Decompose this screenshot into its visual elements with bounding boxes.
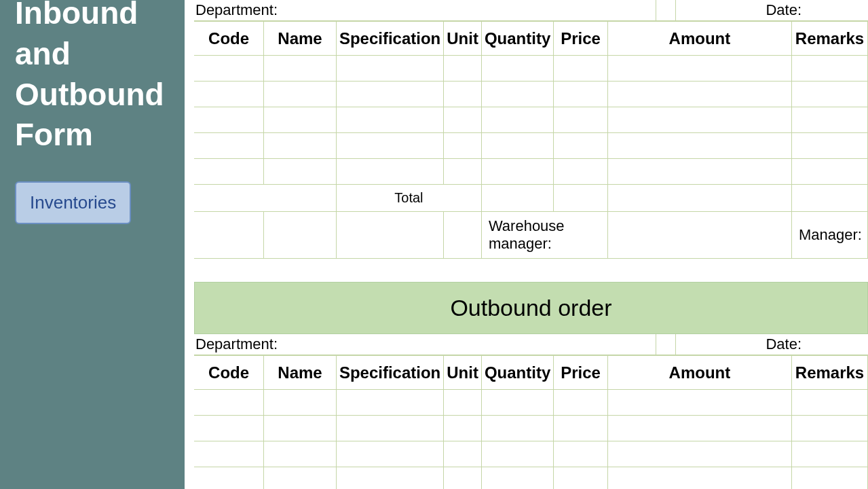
inbound-dept-row: Department: Date:: [194, 0, 868, 21]
outbound-dept-spacer: [656, 334, 676, 355]
col-spec: Specification: [336, 356, 443, 390]
outbound-dept-row: Department: Date:: [194, 334, 868, 355]
table-row[interactable]: [194, 390, 868, 416]
manager-row: Warehouse manager: Manager:: [194, 212, 868, 259]
total-label: Total: [336, 185, 481, 212]
outbound-table: Code Name Specification Unit Quantity Pr…: [194, 355, 868, 489]
inbound-form: Department: Date: Code Name Specificatio…: [194, 0, 868, 259]
table-header-row: Code Name Specification Unit Quantity Pr…: [194, 22, 868, 56]
table-row[interactable]: [194, 107, 868, 133]
table-row[interactable]: [194, 133, 868, 159]
outbound-department-label: Department:: [194, 334, 656, 355]
inbound-dept-spacer: [656, 0, 676, 20]
col-price: Price: [554, 22, 608, 56]
col-remarks: Remarks: [792, 356, 868, 390]
col-qty: Quantity: [481, 22, 553, 56]
inbound-table: Code Name Specification Unit Quantity Pr…: [194, 21, 868, 259]
table-row[interactable]: [194, 467, 868, 490]
col-spec: Specification: [336, 22, 443, 56]
inbound-department-label: Department:: [194, 0, 656, 20]
page-title: Inbound and Outbound Form: [15, 0, 170, 156]
col-price: Price: [554, 356, 608, 390]
table-row[interactable]: [194, 82, 868, 107]
col-amount: Amount: [607, 356, 791, 390]
outbound-title: Outbound order: [194, 282, 868, 334]
warehouse-manager-label: Warehouse manager:: [481, 212, 607, 259]
col-qty: Quantity: [481, 356, 553, 390]
table-row[interactable]: [194, 416, 868, 441]
col-remarks: Remarks: [792, 22, 868, 56]
main-content: Department: Date: Code Name Specificatio…: [185, 0, 868, 489]
table-header-row: Code Name Specification Unit Quantity Pr…: [194, 356, 868, 390]
sidebar: Inbound and Outbound Form Inventories: [0, 0, 185, 489]
col-amount: Amount: [607, 22, 791, 56]
table-row[interactable]: [194, 441, 868, 467]
col-name: Name: [264, 356, 337, 390]
inventories-button[interactable]: Inventories: [15, 181, 131, 224]
outbound-form: Outbound order Department: Date: Code Na…: [194, 282, 868, 489]
table-row[interactable]: [194, 56, 868, 82]
manager-label: Manager:: [792, 212, 868, 259]
total-row: Total: [194, 185, 868, 212]
outbound-date-label: Date:: [676, 334, 868, 355]
col-unit: Unit: [444, 356, 482, 390]
col-code: Code: [194, 22, 264, 56]
col-name: Name: [264, 22, 337, 56]
col-unit: Unit: [444, 22, 482, 56]
col-code: Code: [194, 356, 264, 390]
inbound-date-label: Date:: [676, 0, 868, 20]
table-row[interactable]: [194, 159, 868, 185]
